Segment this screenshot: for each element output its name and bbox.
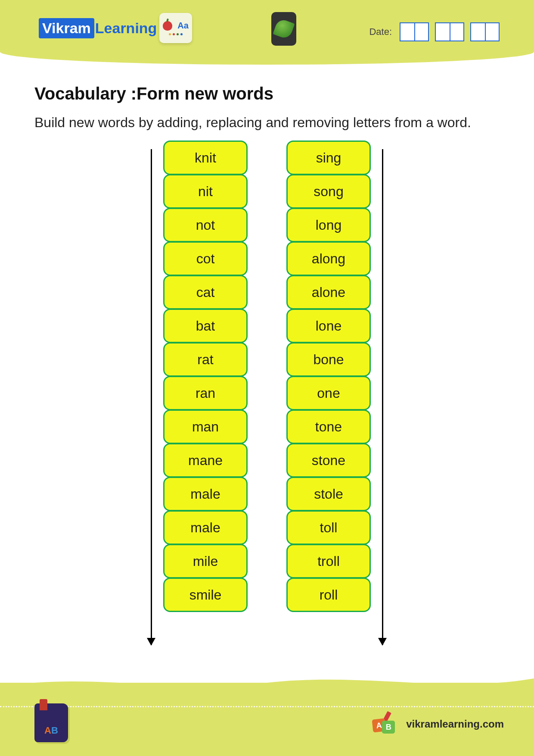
- word-cell: ran: [163, 376, 248, 410]
- date-box[interactable]: [450, 22, 464, 41]
- phone-leaf-icon: [271, 12, 296, 46]
- word-cell: alone: [286, 275, 371, 309]
- word-list-left: knit nit not cot cat bat rat ran man man…: [163, 141, 248, 649]
- word-cell: long: [286, 208, 371, 242]
- word-cell: cat: [163, 275, 248, 309]
- word-cell: knit: [163, 141, 248, 175]
- word-cell: cot: [163, 241, 248, 276]
- date-box[interactable]: [400, 22, 414, 41]
- dictionary-card-icon: Aa: [159, 13, 192, 43]
- word-cell: stone: [286, 443, 371, 478]
- date-box[interactable]: [435, 22, 450, 41]
- word-cell: troll: [286, 544, 371, 578]
- date-label: Date:: [369, 26, 392, 37]
- date-box[interactable]: [485, 22, 500, 41]
- book-letter-b: B: [51, 725, 58, 736]
- word-cell: sing: [286, 141, 371, 175]
- footer-right: A B vikramlearning.com: [373, 714, 504, 734]
- footer-dotted-line: [0, 706, 534, 707]
- brand-part2: Learning: [95, 20, 157, 37]
- word-cell: song: [286, 174, 371, 209]
- leaf-icon: [273, 18, 295, 40]
- word-cell: toll: [286, 510, 371, 545]
- book-icon: AB: [34, 703, 68, 742]
- date-boxes: [400, 22, 500, 41]
- word-cell: smile: [163, 578, 248, 612]
- date-field: Date:: [369, 22, 500, 41]
- brand-logo: Vikram Learning: [39, 18, 157, 38]
- word-columns: knit nit not cot cat bat rat ran man man…: [34, 141, 500, 649]
- down-arrow-icon: [382, 149, 383, 645]
- word-cell: nit: [163, 174, 248, 209]
- word-cell: male: [163, 477, 248, 511]
- word-list-right: sing song long along alone lone bone one…: [286, 141, 371, 649]
- word-cell: stole: [286, 477, 371, 511]
- down-arrow-icon: [151, 149, 152, 645]
- date-box[interactable]: [470, 22, 485, 41]
- left-column: knit nit not cot cat bat rat ran man man…: [151, 141, 248, 649]
- instructions-text: Build new words by adding, replacing and…: [34, 109, 500, 136]
- apple-icon: [163, 21, 172, 31]
- word-cell: male: [163, 510, 248, 545]
- date-box[interactable]: [414, 22, 429, 41]
- word-cell: bone: [286, 342, 371, 377]
- word-cell: mile: [163, 544, 248, 578]
- word-cell: bat: [163, 309, 248, 343]
- worksheet-header: Vikram Learning Aa Date:: [0, 0, 534, 65]
- word-cell: not: [163, 208, 248, 242]
- book-letter-a: A: [44, 725, 51, 736]
- ab-blocks-icon: A B: [373, 714, 397, 734]
- word-cell: along: [286, 241, 371, 276]
- word-cell: man: [163, 409, 248, 444]
- color-dots-icon: [169, 33, 183, 35]
- footer-url: vikramlearning.com: [406, 718, 504, 730]
- right-column: sing song long along alone lone bone one…: [286, 141, 383, 649]
- brand-part1: Vikram: [39, 18, 94, 38]
- word-cell: roll: [286, 578, 371, 612]
- page-title: Vocabulary :Form new words: [34, 84, 500, 103]
- aa-text: Aa: [177, 21, 189, 31]
- footer-wave-icon: [0, 670, 534, 696]
- word-cell: mane: [163, 443, 248, 478]
- worksheet-footer: AB A B vikramlearning.com: [0, 683, 534, 756]
- word-cell: rat: [163, 342, 248, 377]
- word-cell: lone: [286, 309, 371, 343]
- word-cell: tone: [286, 409, 371, 444]
- worksheet-content: Vocabulary :Form new words Build new wor…: [0, 65, 534, 649]
- tile-b: B: [382, 721, 395, 734]
- word-cell: one: [286, 376, 371, 410]
